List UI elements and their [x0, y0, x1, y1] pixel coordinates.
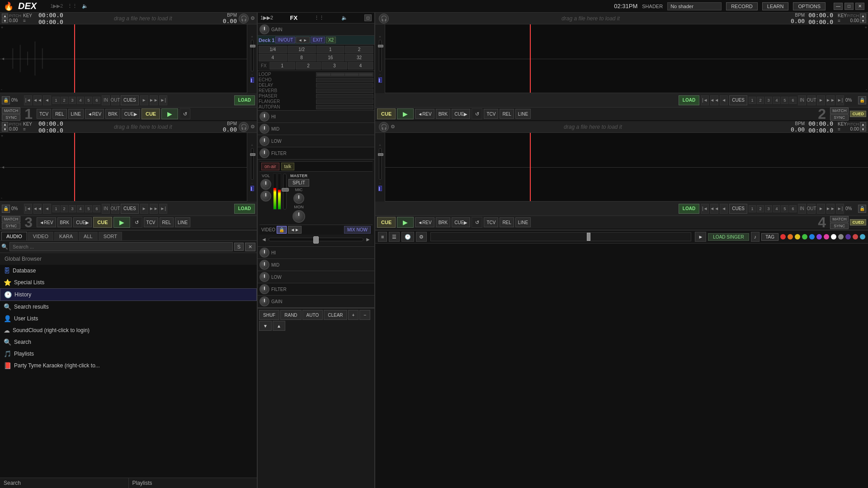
deck2-fast-fwd[interactable]: ►►	[826, 95, 835, 105]
deck1-num-3[interactable]: 3	[69, 97, 76, 104]
deck1-back[interactable]: ◄	[43, 95, 51, 105]
deck2-fwd[interactable]: ►	[817, 95, 825, 105]
deck3-skip-start[interactable]: |◄	[24, 204, 32, 214]
deck2-cues-btn[interactable]: CUES	[729, 95, 747, 105]
fx-delay-row[interactable]	[316, 83, 373, 88]
deck3-rewind[interactable]: ◄◄	[33, 204, 42, 214]
deck2-cue-large-btn[interactable]: CUE	[377, 108, 396, 119]
deck4-rev-btn[interactable]: ◄REV	[415, 217, 434, 227]
add-btn[interactable]: +	[348, 310, 359, 320]
deck3-pitch-up[interactable]: ▲	[2, 122, 8, 127]
color-dot-teal[interactable]	[860, 234, 865, 239]
deck4-cue2-btn[interactable]: CUE▶	[452, 217, 470, 227]
deck3-fwd[interactable]: ►	[140, 204, 148, 214]
close-button[interactable]: ✕	[855, 3, 864, 10]
deck1-sync-btn[interactable]: SYNC	[2, 114, 20, 121]
browser-item-playlists[interactable]: 🎵 Playlists	[0, 348, 257, 360]
deck3-drag-area[interactable]: drag a file here to load it	[63, 124, 223, 130]
loop-btn-1[interactable]: 1	[316, 46, 345, 53]
deck2-vu-fader[interactable]	[379, 40, 382, 71]
learn-button[interactable]: LEARN	[762, 2, 789, 10]
deck2-num-2[interactable]: 2	[757, 97, 764, 104]
deck3-num-3[interactable]: 3	[69, 205, 76, 212]
deck4-pitch-control[interactable]: ▲ ▼	[860, 122, 866, 131]
deck4-num-4[interactable]: 4	[773, 205, 780, 212]
deck1-tcv-btn[interactable]: TCV	[37, 109, 51, 119]
eq-low-knob-top[interactable]	[259, 136, 269, 146]
deck3-marker[interactable]: ▌	[250, 186, 254, 191]
fx-loop-cell-1[interactable]	[317, 73, 330, 76]
crossfader-track[interactable]	[269, 238, 363, 241]
deck2-num-6[interactable]: 6	[789, 97, 797, 104]
fx-loop-cell-4[interactable]	[359, 73, 373, 76]
headphone-knob[interactable]	[260, 191, 271, 202]
deck2-brk-btn[interactable]: BRK	[436, 109, 451, 119]
loop-btn-2[interactable]: 2	[345, 46, 373, 53]
deck1-lock-btn[interactable]: 🔒	[2, 96, 10, 104]
deck3-headphone-btn[interactable]: 🎧	[239, 122, 249, 132]
deck4-load-btn[interactable]: LOAD	[679, 204, 699, 214]
deck2-rev-btn[interactable]: ◄REV	[415, 109, 434, 119]
deck1-rel-btn[interactable]: REL	[52, 109, 66, 119]
cf-left-arrow[interactable]: ◄	[261, 236, 267, 243]
deck3-out-btn[interactable]: OUT	[111, 204, 119, 214]
eq-mid-knob-top[interactable]	[259, 124, 269, 134]
deck3-lock-btn[interactable]: 🔒	[2, 205, 10, 213]
fx-loop-cell-2[interactable]	[331, 73, 344, 76]
deck2-pitch-up[interactable]: ▲	[860, 14, 866, 18]
browser-item-user-lists[interactable]: 👤 User Lists	[0, 313, 257, 324]
color-dot-white[interactable]	[831, 234, 836, 239]
deck4-fast-fwd[interactable]: ►►	[826, 204, 835, 214]
loop-btn-32[interactable]: 32	[345, 54, 373, 61]
center-x2-btn[interactable]: X2	[326, 37, 336, 43]
color-dot-dark-red[interactable]	[853, 234, 858, 239]
deck4-drag-area[interactable]: drag a file here to load it	[395, 124, 791, 130]
deck1-num-1[interactable]: 1	[52, 97, 60, 104]
deck4-num-6[interactable]: 6	[789, 205, 797, 212]
deck2-load-btn[interactable]: LOAD	[679, 95, 699, 105]
deck1-pitch-down[interactable]: ▼	[2, 19, 8, 23]
deck1-match-btn[interactable]: MATCH	[2, 108, 20, 114]
deck3-vu-fader[interactable]	[251, 148, 254, 180]
deck2-drag-area[interactable]: drag a file here to load it	[391, 15, 791, 22]
browser-item-history[interactable]: 🕐 History	[0, 288, 257, 301]
browser-tab-kara[interactable]: KARA	[54, 232, 78, 240]
eq-low-knob-bot[interactable]	[259, 272, 269, 282]
center-inout-btn[interactable]: IN/OUT	[275, 37, 295, 43]
shuf-btn[interactable]: SHUF	[259, 310, 279, 320]
fx-reverb-row[interactable]	[316, 89, 373, 93]
deck3-brk-btn[interactable]: BRK	[57, 217, 72, 227]
deck3-num-4[interactable]: 4	[77, 205, 84, 212]
browser-item-party-tyme[interactable]: 📕 Party Tyme Karaoke (right-click to...	[0, 360, 257, 371]
deck4-headphone-btn[interactable]: 🎧	[379, 122, 389, 132]
deck3-num-6[interactable]: 6	[93, 205, 100, 212]
color-dot-green[interactable]	[802, 234, 807, 239]
onair-btn[interactable]: on-air	[261, 163, 279, 170]
deck1-cue-large-btn[interactable]: CUE	[142, 108, 160, 119]
deck2-back[interactable]: ◄	[720, 95, 728, 105]
color-dot-gray[interactable]	[838, 234, 844, 239]
deck1-pitch-up[interactable]: ▲	[2, 14, 8, 18]
video-nav-btn[interactable]: ◄►	[288, 226, 302, 234]
deck1-play-btn[interactable]: ▶	[161, 108, 178, 119]
clear-btn[interactable]: CLEAR	[324, 310, 347, 320]
loop-btn-4[interactable]: 4	[259, 54, 287, 61]
loop-btn-8[interactable]: 8	[288, 54, 316, 61]
browser-tab-sort[interactable]: SORT	[99, 232, 122, 240]
deck4-num-1[interactable]: 1	[749, 205, 756, 212]
k-singer-icon[interactable]: ♪	[751, 232, 760, 242]
deck2-skip-end[interactable]: ►|	[836, 95, 844, 105]
minimize-button[interactable]: —	[834, 3, 843, 10]
deck4-vu-fader[interactable]	[379, 148, 382, 180]
eq-hi-knob-top[interactable]	[259, 112, 269, 122]
deck4-pitch-down[interactable]: ▼	[860, 127, 866, 131]
color-dot-red[interactable]	[780, 234, 786, 239]
deck1-skip-end[interactable]: ►|	[159, 95, 167, 105]
deck1-num-2[interactable]: 2	[61, 97, 68, 104]
browser-item-database[interactable]: 🗄 Database	[0, 265, 257, 277]
search-s-button[interactable]: S	[234, 243, 244, 251]
deck2-match-btn[interactable]: MATCH	[830, 108, 849, 114]
browser-tab-audio[interactable]: AUDIO	[1, 232, 27, 240]
deck1-loop-icon[interactable]: ↺	[179, 108, 190, 119]
deck4-line-btn[interactable]: LINE	[515, 217, 531, 227]
